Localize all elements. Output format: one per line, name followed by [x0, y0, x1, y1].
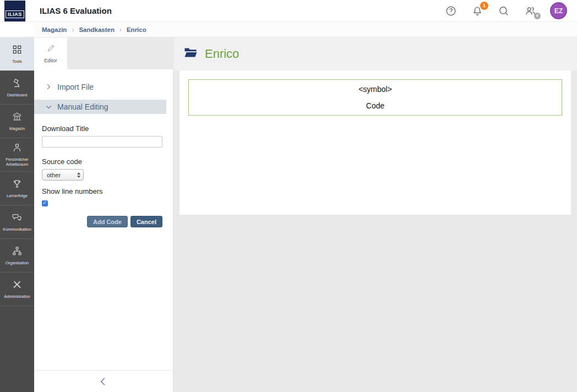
download-title-input[interactable] — [42, 136, 162, 148]
breadcrumb-link-enrico[interactable]: Enrico — [127, 26, 146, 33]
editor-tool-panel: Editor Import File Manual Editing Downlo… — [34, 37, 173, 392]
topbar-icons: 1 0 EZ — [444, 2, 567, 19]
app-title: ILIAS 6 Evaluation — [40, 6, 112, 15]
user-avatar[interactable]: EZ — [550, 2, 567, 19]
breadcrumb-link-magazin[interactable]: Magazin — [42, 26, 67, 33]
pencil-icon — [46, 43, 56, 55]
show-line-numbers-checkbox[interactable] — [42, 200, 48, 206]
folder-icon — [184, 47, 198, 61]
search-icon[interactable] — [497, 4, 510, 18]
tool-tabstrip: Editor — [34, 37, 173, 69]
breadcrumb: Magazin › Sandkasten › Enrico — [34, 26, 146, 34]
chevron-left-icon — [98, 376, 109, 387]
source-code-selected-value: other — [47, 172, 61, 178]
add-code-button[interactable]: Add Code — [87, 216, 128, 227]
top-bar: ILIAS ILIAS 6 Evaluation 1 — [0, 0, 577, 22]
person-icon — [12, 142, 23, 154]
manual-editing-section-toggle[interactable]: Manual Editing — [34, 100, 166, 114]
sidebar-item-label: Kommunikation — [3, 227, 31, 232]
breadcrumb-link-sandkasten[interactable]: Sandkasten — [79, 26, 115, 33]
page-header: Enrico — [173, 37, 577, 70]
sidebar-item-lernerfolge[interactable]: Lernerfolge — [0, 172, 34, 205]
sidebar-item-administration[interactable]: Administration — [0, 273, 34, 306]
sidebar-item-kommunikation[interactable]: Kommunikation — [0, 205, 34, 239]
ilias-logo[interactable]: ILIAS — [4, 1, 25, 21]
notifications-badge: 1 — [480, 2, 488, 10]
main-sidebar: Tools Dashboard — [0, 37, 34, 392]
breadcrumb-separator: › — [119, 26, 122, 34]
show-line-numbers-label: Show line numbers — [42, 187, 162, 195]
sidebar-item-magazin[interactable]: Magazin — [0, 105, 34, 138]
select-stepper-icon — [77, 172, 80, 178]
code-block-label: Code — [366, 101, 384, 110]
sidebar-item-label: Organisation — [6, 260, 29, 265]
online-users-icon[interactable]: 0 — [524, 4, 537, 18]
speech-bubbles-icon — [12, 212, 23, 224]
tab-editor[interactable]: Editor — [34, 37, 67, 69]
breadcrumb-separator: › — [72, 26, 74, 34]
sidebar-item-organisation[interactable]: Organisation — [0, 239, 34, 273]
notifications-bell-icon[interactable]: 1 — [471, 4, 484, 18]
sidebar-item-tools[interactable]: Tools — [0, 37, 34, 71]
tools-grid-icon — [12, 44, 23, 56]
download-title-label: Download Title — [42, 124, 162, 133]
manual-editing-label: Manual Editing — [57, 102, 108, 111]
page-title: Enrico — [205, 47, 239, 61]
dashboard-icon — [12, 78, 23, 90]
sidebar-item-dashboard[interactable]: Dashboard — [0, 71, 34, 105]
breadcrumb-bar: Magazin › Sandkasten › Enrico — [0, 22, 577, 37]
chevron-right-icon — [45, 83, 52, 90]
page-content-card: <symbol> Code — [179, 70, 571, 215]
tool-panel-content: Import File Manual Editing Download Titl… — [34, 69, 173, 370]
crossed-tools-icon — [12, 279, 23, 291]
avatar-initials: EZ — [554, 7, 563, 15]
code-block[interactable]: <symbol> Code — [188, 79, 562, 116]
tool-panel-footer — [34, 370, 173, 392]
sidebar-item-label: Persönlicher Arbeitsraum — [1, 157, 33, 167]
tab-editor-label: Editor — [44, 58, 57, 63]
org-chart-icon — [12, 246, 23, 258]
main-content: Enrico <symbol> Code — [173, 37, 577, 392]
sidebar-filler — [0, 306, 34, 392]
chevron-down-icon — [45, 104, 52, 111]
sidebar-item-persoenlicher-arbeitsraum[interactable]: Persönlicher Arbeitsraum — [0, 138, 34, 172]
cancel-button[interactable]: Cancel — [130, 216, 162, 227]
trophy-icon — [12, 178, 23, 190]
sidebar-item-label: Tools — [12, 59, 22, 64]
collapse-panel-button[interactable] — [98, 376, 109, 387]
help-icon[interactable] — [444, 4, 458, 18]
ilias-logo-text: ILIAS — [6, 10, 24, 18]
sidebar-item-label: Dashboard — [7, 92, 28, 97]
sidebar-item-label: Administration — [4, 294, 30, 299]
source-code-label: Source code — [42, 157, 162, 166]
form-buttons: Add Code Cancel — [42, 216, 162, 227]
import-file-label: Import File — [57, 83, 94, 91]
repository-building-icon — [12, 111, 23, 123]
import-file-section-toggle[interactable]: Import File — [34, 80, 173, 94]
breadcrumb-spacer — [0, 22, 34, 37]
code-block-tag: <symbol> — [358, 85, 392, 94]
sidebar-item-label: Magazin — [9, 126, 25, 131]
source-code-select[interactable]: other — [42, 169, 84, 181]
online-users-badge: 0 — [534, 13, 541, 19]
sidebar-item-label: Lernerfolge — [7, 193, 28, 198]
manual-editing-form: Download Title Source code other Show li… — [34, 124, 173, 227]
